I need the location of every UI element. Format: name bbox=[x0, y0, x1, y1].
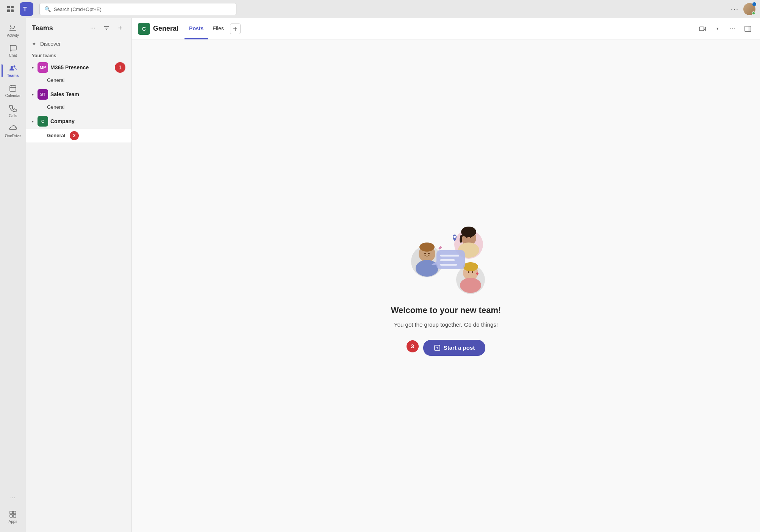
teams-more-button[interactable]: ··· bbox=[88, 23, 98, 33]
step-badge-2: 2 bbox=[70, 131, 79, 140]
team-header-sales[interactable]: ▾ ST Sales Team bbox=[26, 87, 131, 102]
team-group-m365: ▾ MP M365 Presence 1 General bbox=[26, 60, 131, 85]
svg-point-5 bbox=[11, 66, 13, 68]
onedrive-label: OneDrive bbox=[5, 134, 21, 138]
step-badge-1: 1 bbox=[115, 62, 125, 73]
teams-add-button[interactable]: + bbox=[115, 23, 125, 33]
sidebar-item-chat[interactable]: Chat bbox=[2, 41, 24, 60]
teams-panel: Teams ··· + ✦ Discover Your teams ▾ bbox=[26, 18, 132, 532]
svg-rect-10 bbox=[10, 515, 13, 517]
search-placeholder: Search (Cmd+Opt+E) bbox=[54, 6, 102, 12]
svg-point-35 bbox=[460, 278, 481, 293]
channel-title: General bbox=[153, 25, 178, 33]
onedrive-icon bbox=[8, 124, 17, 133]
svg-point-25 bbox=[428, 253, 430, 254]
svg-rect-7 bbox=[10, 86, 16, 91]
svg-point-30 bbox=[466, 236, 468, 238]
teams-logo[interactable]: T bbox=[20, 2, 33, 16]
user-avatar-container bbox=[743, 3, 755, 15]
svg-rect-9 bbox=[13, 511, 16, 514]
svg-rect-1 bbox=[11, 6, 14, 8]
teams-icon bbox=[8, 64, 17, 73]
content-area: C General Posts Files ▾ bbox=[132, 18, 760, 532]
team-name-company: Company bbox=[50, 118, 125, 124]
svg-rect-2 bbox=[7, 9, 10, 12]
svg-rect-41 bbox=[440, 255, 459, 257]
teams-panel-header: Teams ··· + bbox=[26, 18, 131, 38]
svg-text:T: T bbox=[23, 6, 27, 13]
sidebar-item-teams[interactable]: Teams bbox=[2, 61, 24, 80]
status-dot bbox=[752, 11, 755, 15]
add-tab-button[interactable] bbox=[230, 23, 241, 34]
svg-point-37 bbox=[468, 271, 469, 273]
sidebar-icons: Activity Chat Teams bbox=[0, 18, 26, 532]
channel-m365-general[interactable]: General bbox=[26, 75, 131, 85]
tab-posts[interactable]: Posts bbox=[185, 18, 208, 39]
online-dot bbox=[752, 2, 756, 6]
apps-label: Apps bbox=[9, 519, 17, 524]
sidebar-item-calendar[interactable]: Calendar bbox=[2, 81, 24, 100]
discover-item[interactable]: ✦ Discover bbox=[26, 38, 131, 50]
team-header-m365[interactable]: ▾ MP M365 Presence 1 bbox=[26, 60, 131, 75]
svg-rect-42 bbox=[440, 259, 455, 261]
content-tabs: Posts Files bbox=[185, 18, 241, 39]
svg-point-23 bbox=[416, 260, 438, 277]
svg-rect-3 bbox=[11, 9, 14, 12]
channel-sales-general[interactable]: General bbox=[26, 102, 131, 112]
topbar: T 🔍 Search (Cmd+Opt+E) ··· bbox=[0, 0, 760, 18]
discover-label: Discover bbox=[40, 41, 61, 47]
team-avatar-sales: ST bbox=[38, 89, 48, 100]
search-bar[interactable]: 🔍 Search (Cmd+Opt+E) bbox=[39, 3, 236, 15]
svg-point-44 bbox=[453, 236, 456, 238]
welcome-illustration bbox=[397, 216, 495, 299]
sidebar-more-button[interactable]: ··· bbox=[2, 492, 24, 503]
calendar-icon bbox=[8, 84, 17, 93]
video-call-button[interactable] bbox=[696, 23, 708, 35]
topbar-more-icon[interactable]: ··· bbox=[731, 5, 739, 13]
team-header-company[interactable]: ▾ C Company bbox=[26, 114, 131, 129]
content-header-right: ▾ ··· bbox=[696, 23, 754, 35]
welcome-title: Welcome to your new team! bbox=[391, 305, 501, 315]
sidebar-item-apps[interactable]: Apps bbox=[2, 507, 24, 526]
chat-icon bbox=[8, 44, 17, 53]
your-teams-label: Your teams bbox=[26, 50, 131, 60]
activity-label: Activity bbox=[7, 33, 19, 38]
team-group-sales: ▾ ST Sales Team General bbox=[26, 87, 131, 112]
svg-point-34 bbox=[463, 262, 478, 271]
team-name-sales: Sales Team bbox=[50, 91, 125, 97]
topbar-right: ··· bbox=[731, 3, 755, 15]
svg-rect-43 bbox=[440, 264, 457, 266]
apps-icon bbox=[8, 510, 17, 519]
svg-point-24 bbox=[424, 253, 426, 254]
start-post-label: Start a post bbox=[444, 344, 475, 351]
search-icon: 🔍 bbox=[44, 6, 51, 12]
apps-grid-icon[interactable] bbox=[5, 3, 17, 15]
svg-point-36 bbox=[476, 272, 479, 275]
content-header: C General Posts Files ▾ bbox=[132, 18, 760, 39]
channel-company-general[interactable]: General 2 bbox=[26, 129, 131, 142]
calls-label: Calls bbox=[9, 114, 17, 118]
step-badge-3: 3 bbox=[407, 340, 419, 352]
svg-point-28 bbox=[461, 227, 476, 237]
sidebar-item-onedrive[interactable]: OneDrive bbox=[2, 122, 24, 140]
team-name-m365: M365 Presence bbox=[50, 64, 113, 70]
teams-filter-button[interactable] bbox=[101, 23, 112, 33]
svg-rect-17 bbox=[699, 27, 704, 31]
main-layout: Activity Chat Teams bbox=[0, 18, 760, 532]
svg-point-6 bbox=[14, 66, 16, 67]
discover-icon: ✦ bbox=[32, 41, 36, 47]
sidebar-item-activity[interactable]: Activity bbox=[2, 21, 24, 40]
header-more-button[interactable]: ··· bbox=[727, 23, 739, 35]
svg-rect-8 bbox=[10, 511, 13, 514]
tab-files[interactable]: Files bbox=[208, 18, 228, 39]
svg-point-38 bbox=[472, 271, 473, 273]
calls-icon bbox=[8, 104, 17, 113]
sidebar-item-calls[interactable]: Calls bbox=[2, 102, 24, 120]
team-avatar-m365: MP bbox=[38, 62, 48, 73]
channel-avatar: C bbox=[138, 23, 150, 35]
chevron-m365: ▾ bbox=[32, 66, 34, 70]
open-panel-button[interactable] bbox=[742, 23, 754, 35]
expand-button[interactable]: ▾ bbox=[712, 23, 724, 35]
start-post-button[interactable]: Start a post bbox=[423, 340, 486, 356]
chevron-company: ▾ bbox=[32, 119, 34, 124]
